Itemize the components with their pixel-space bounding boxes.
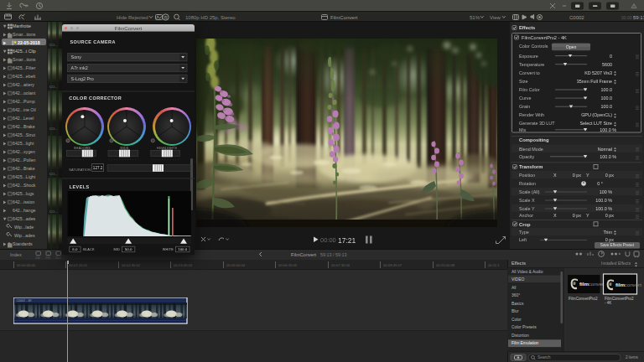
svg-text:Open: Open <box>566 44 577 49</box>
svg-text:642...ission: 642...ission <box>13 199 34 204</box>
svg-text:WHITE: WHITE <box>163 248 174 251</box>
svg-text:100.0: 100.0 <box>601 96 613 101</box>
svg-text:Wip...ades: Wip...ades <box>14 233 35 238</box>
svg-text:X: X <box>553 213 557 218</box>
svg-text:Wip...lade: Wip...lade <box>14 225 34 230</box>
svg-text:00:00:00:00: 00:00:00:00 <box>17 263 36 267</box>
svg-text:CO...: CO... <box>49 43 57 47</box>
svg-text:Blur: Blur <box>512 309 519 313</box>
svg-text:Effects: Effects <box>512 261 526 266</box>
svg-text:100.0 %: 100.0 % <box>595 206 612 211</box>
svg-text:FilmConvertPro2: FilmConvertPro2 <box>605 297 634 301</box>
svg-text:6425...light: 6425...light <box>13 141 34 146</box>
svg-text:0 px: 0 px <box>605 237 614 242</box>
svg-text:6425...lugs: 6425...lugs <box>13 191 34 196</box>
svg-text:Color Controls: Color Controls <box>519 44 548 49</box>
svg-text:S-Log2 Pro: S-Log2 Pro <box>71 76 94 81</box>
svg-text:Color: Color <box>512 318 522 322</box>
svg-text:0 px: 0 px <box>573 213 581 218</box>
svg-text:127.2: 127.2 <box>93 166 103 170</box>
svg-text:Color Presets: Color Presets <box>512 325 537 329</box>
svg-text:CO...: CO... <box>49 127 57 131</box>
svg-text:Convert to: Convert to <box>519 70 540 75</box>
svg-text:00:02:30:02: 00:02:30:02 <box>122 263 141 267</box>
svg-text:642...oolant: 642...oolant <box>13 90 36 96</box>
svg-text:Film Emulation: Film Emulation <box>512 341 539 345</box>
svg-text:Type: Type <box>519 230 529 235</box>
svg-text:CO...: CO... <box>49 209 57 214</box>
svg-text:Y: Y <box>586 213 589 218</box>
svg-text:LEVELS: LEVELS <box>70 184 90 189</box>
svg-text:00:01:15:01: 00:01:15:01 <box>69 263 88 267</box>
svg-text:00:00: 00:00 <box>320 236 336 244</box>
svg-text:0 px: 0 px <box>605 213 614 218</box>
svg-text:C0002 - 4K: C0002 - 4K <box>17 299 33 303</box>
svg-text:Render With: Render With <box>519 112 544 117</box>
svg-text:Effects: Effects <box>519 25 535 30</box>
svg-text:642...ine Oil: 642...ine Oil <box>13 107 36 112</box>
svg-text:Position: Position <box>519 173 535 178</box>
svg-text:100.0 %: 100.0 % <box>595 198 612 203</box>
svg-text:KD 5207 Vis3: KD 5207 Vis3 <box>584 70 612 75</box>
svg-text:Select LUT Size: Select LUT Size <box>579 121 612 126</box>
svg-text:C0002: C0002 <box>569 15 584 20</box>
svg-text:6425...Filter: 6425...Filter <box>13 65 36 70</box>
svg-text:Index: Index <box>10 252 22 257</box>
svg-text:Scale X: Scale X <box>519 198 535 203</box>
svg-text:00:11:1: 00:11:1 <box>488 263 500 267</box>
svg-text:100 %: 100 % <box>600 189 612 194</box>
svg-text:CO...: CO... <box>49 172 57 176</box>
svg-text:Generate 3D LUT: Generate 3D LUT <box>519 121 555 126</box>
svg-text:6.0: 6.0 <box>72 247 78 251</box>
svg-text:View: View <box>490 15 501 20</box>
svg-text:6425...Light: 6425...Light <box>13 174 36 179</box>
svg-text:Grain: Grain <box>519 104 530 109</box>
svg-text:360°: 360° <box>512 293 520 297</box>
svg-text:17:21: 17:21 <box>338 236 356 245</box>
svg-text:Sony: Sony <box>71 54 82 59</box>
svg-text:642...Pollen: 642...Pollen <box>13 158 36 163</box>
svg-text:Anchor: Anchor <box>519 213 533 218</box>
svg-text:Exposure: Exposure <box>519 54 538 59</box>
svg-text:Installed Effects: Installed Effects <box>601 261 631 266</box>
svg-text:0 px: 0 px <box>605 173 614 178</box>
svg-text:00:03:45:03: 00:03:45:03 <box>174 263 193 267</box>
svg-text:FilmConvertPro2: FilmConvertPro2 <box>569 297 598 301</box>
svg-text:CO...: CO... <box>49 85 57 89</box>
svg-text:642...hange: 642...hange <box>13 208 36 213</box>
svg-text:0 °: 0 ° <box>597 181 603 186</box>
svg-text:Save Effects Preset: Save Effects Preset <box>600 243 635 247</box>
svg-text:Left: Left <box>519 237 527 242</box>
svg-text:- 4K: - 4K <box>605 301 612 305</box>
svg-text:35mm Full Frame: 35mm Full Frame <box>577 79 612 84</box>
svg-text:6425...t Clip: 6425...t Clip <box>13 49 36 54</box>
svg-text:00:08:45:07: 00:08:45:07 <box>383 263 402 267</box>
svg-text:GPU (OpenCL): GPU (OpenCL) <box>581 112 612 117</box>
svg-text:0 px: 0 px <box>573 173 581 178</box>
svg-text:COLOR CORRECTOR: COLOR CORRECTOR <box>69 96 122 101</box>
svg-text:A7r mk2: A7r mk2 <box>71 65 88 70</box>
svg-text:Curve: Curve <box>519 96 531 101</box>
svg-text:SATURATION: SATURATION <box>69 168 91 172</box>
svg-text:Smar...tions: Smar...tions <box>13 32 36 37</box>
svg-text:X: X <box>553 173 557 178</box>
svg-text:100.0 %: 100.0 % <box>600 127 616 132</box>
svg-text:6425...ebelt: 6425...ebelt <box>13 74 36 79</box>
svg-text:642...xygen: 642...xygen <box>13 149 35 154</box>
svg-text:HIGHLIGHTS: HIGHLIGHTS <box>157 147 177 150</box>
svg-text:100.0: 100.0 <box>601 87 613 92</box>
svg-text:642...Brake: 642...Brake <box>13 166 35 171</box>
svg-text:642...Brake: 642...Brake <box>13 124 35 129</box>
svg-text:59:13 / 59:13: 59:13 / 59:13 <box>320 252 346 257</box>
svg-text:2 items: 2 items <box>626 355 639 359</box>
svg-text:FilmConvert: FilmConvert <box>291 252 317 257</box>
svg-text:Trim: Trim <box>603 230 612 235</box>
svg-text:Manfrotte: Manfrotte <box>13 23 31 28</box>
svg-text:All: All <box>512 286 516 290</box>
svg-text:Y: Y <box>586 173 589 178</box>
svg-text:Temperature: Temperature <box>519 62 544 67</box>
svg-text:00:05:00:04: 00:05:00:04 <box>226 263 246 267</box>
svg-text:Smar...tions: Smar...tions <box>13 57 36 62</box>
svg-text:MIDS: MIDS <box>121 147 129 150</box>
svg-text:6425...ades: 6425...ades <box>13 216 36 221</box>
